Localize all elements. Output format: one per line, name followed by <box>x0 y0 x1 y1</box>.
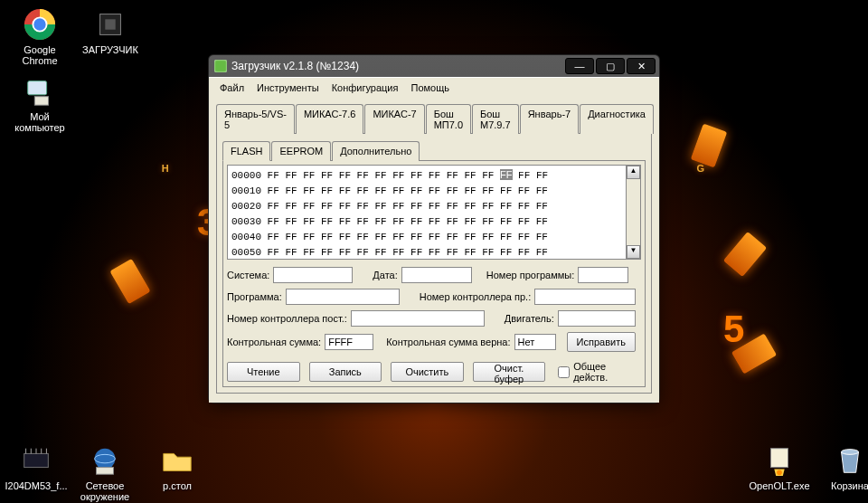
device-tab[interactable]: Январь-7 <box>520 104 580 134</box>
checksum-label: Контрольная сумма: <box>227 337 321 347</box>
desktop-icon-label: Корзина <box>816 480 868 491</box>
system-input[interactable] <box>273 267 353 283</box>
desktop-icon-zagruz[interactable]: ЗАГРУЗЧИК <box>76 7 145 55</box>
app-window: Загрузчик v2.1.8 (№1234) — ▢ ✕ ФайлИнстр… <box>208 54 660 403</box>
desktop-icon-recycle[interactable]: Корзина <box>816 443 868 491</box>
hex-viewer[interactable]: 00000 FF FF FF FF FF FF FF FF FF FF FF F… <box>227 165 627 260</box>
titlebar[interactable]: Загрузчик v2.1.8 (№1234) — ▢ ✕ <box>209 55 659 77</box>
google-chrome-icon <box>23 7 57 42</box>
engine-input[interactable] <box>558 310 636 327</box>
menu-Инструменты[interactable]: Инструменты <box>251 81 325 95</box>
window-title: Загрузчик v2.1.8 (№1234) <box>231 60 563 72</box>
desktop-icon-google-chrome[interactable]: Google Chrome <box>5 7 74 66</box>
app-icon <box>214 60 227 72</box>
my-computer-icon <box>23 74 57 109</box>
ctrlpr-label: Номер контроллера пр.: <box>420 291 532 302</box>
scroll-down-icon[interactable]: ▼ <box>627 245 640 259</box>
desktop-icon-label: Сетевое окружение <box>71 480 139 502</box>
device-tab[interactable]: МИКАС-7 <box>364 104 424 134</box>
ctrlpost-label: Номер контроллера пост.: <box>227 313 347 324</box>
device-tab[interactable]: Январь-5/VS-5 <box>216 104 295 134</box>
desktop-icon-i204[interactable]: I204DM53_f... <box>2 443 71 491</box>
common-action-check[interactable] <box>558 366 570 378</box>
program-label: Программа: <box>227 291 282 302</box>
common-action-checkbox[interactable]: Общее действ. <box>558 361 641 383</box>
prognum-label: Номер программы: <box>486 270 574 280</box>
memory-tab[interactable]: Дополнительно <box>332 141 420 161</box>
read-button[interactable]: Чтение <box>227 362 300 382</box>
memory-tab[interactable]: EEPROM <box>271 141 331 161</box>
checksum-ok-label: Контрольная сумма верна: <box>386 337 510 347</box>
i204-icon <box>19 443 53 478</box>
program-input[interactable] <box>286 289 400 305</box>
maximize-button[interactable]: ▢ <box>596 58 625 74</box>
desktop-icon-label: ЗАГРУЗЧИК <box>76 44 145 55</box>
desktop-icon-label: Google Chrome <box>5 44 74 66</box>
svg-rect-8 <box>34 97 48 106</box>
memory-tabs: FLASHEEPROMДополнительно <box>222 140 646 160</box>
system-label: Система: <box>227 270 269 280</box>
desktop-icon-label: р.стол <box>143 480 212 491</box>
svg-rect-9 <box>24 453 49 467</box>
checksum-input[interactable] <box>325 334 373 350</box>
device-tab[interactable]: Бош МП7.0 <box>426 104 471 134</box>
svg-rect-17 <box>97 468 114 475</box>
common-action-label: Общее действ. <box>573 361 641 383</box>
checksum-ok-input[interactable] <box>514 334 556 350</box>
svg-point-19 <box>777 470 782 475</box>
minimize-button[interactable]: — <box>565 58 594 74</box>
svg-point-15 <box>95 449 116 470</box>
scroll-up-icon[interactable]: ▲ <box>627 166 640 179</box>
desktop-icon-label: OpenOLT.exe <box>745 480 814 491</box>
memory-tab[interactable]: FLASH <box>222 141 270 161</box>
ctrlpost-input[interactable] <box>351 310 485 327</box>
date-label: Дата: <box>373 270 397 280</box>
engine-label: Двигатель: <box>505 313 554 324</box>
svg-rect-6 <box>105 19 115 29</box>
openolt-icon <box>762 443 797 478</box>
fix-button[interactable]: Исправить <box>567 332 636 352</box>
menu-Помощь[interactable]: Помощь <box>405 81 455 95</box>
desktop-icon-openolt[interactable]: OpenOLT.exe <box>745 443 814 491</box>
write-button[interactable]: Запись <box>309 362 382 382</box>
menubar: ФайлИнструментыКонфигурацияПомощь <box>209 77 659 98</box>
device-tab[interactable]: Диагностика <box>580 104 654 134</box>
clear-button[interactable]: Очистить <box>391 362 464 382</box>
prognum-input[interactable] <box>578 267 628 283</box>
device-tab[interactable]: МИКАС-7.6 <box>296 104 363 134</box>
clearbuf-button[interactable]: Очист. буфер <box>473 362 546 382</box>
svg-point-20 <box>842 450 859 455</box>
network-icon <box>88 443 122 478</box>
desktop-icon-label: I204DM53_f... <box>2 480 71 491</box>
hex-scrollbar[interactable]: ▲ ▼ <box>627 165 641 260</box>
recycle-icon <box>833 443 867 478</box>
date-input[interactable] <box>401 267 472 283</box>
desktop-icon-my-computer[interactable]: Мой компьютер <box>5 74 74 133</box>
desktop-icon-label: Мой компьютер <box>5 111 74 133</box>
menu-Конфигурация[interactable]: Конфигурация <box>326 81 404 95</box>
menu-Файл[interactable]: Файл <box>214 81 250 95</box>
close-button[interactable]: ✕ <box>627 58 656 74</box>
folder-icon <box>160 443 194 478</box>
device-tab[interactable]: Бош М7.9.7 <box>472 104 519 134</box>
svg-rect-18 <box>771 449 788 468</box>
device-tabs: Январь-5/VS-5МИКАС-7.6МИКАС-7Бош МП7.0Бо… <box>216 103 652 133</box>
svg-rect-7 <box>28 81 47 95</box>
desktop-icon-folder[interactable]: р.стол <box>143 443 212 491</box>
desktop-icon-network[interactable]: Сетевое окружение <box>71 443 139 502</box>
ctrlpr-input[interactable] <box>534 289 636 305</box>
zagruz-icon <box>93 7 127 42</box>
